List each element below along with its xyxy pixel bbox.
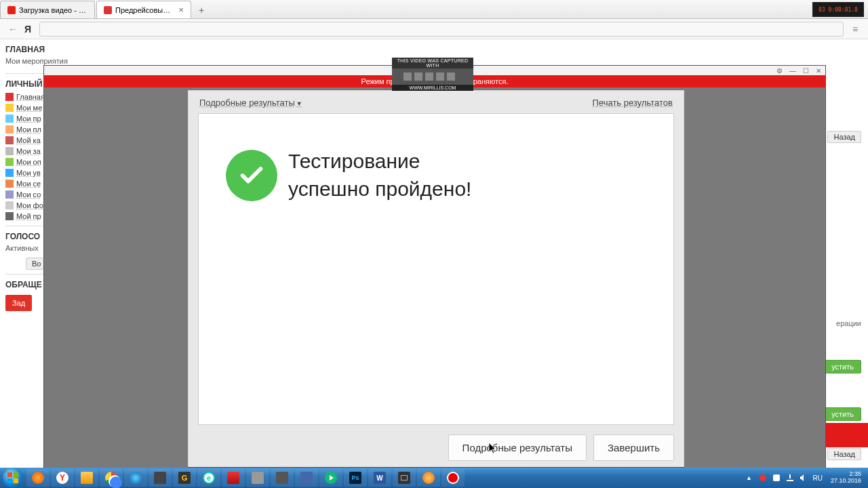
task-icon[interactable] (295, 469, 318, 487)
back-button[interactable]: Назад (827, 448, 861, 460)
tray-volume-icon[interactable] (798, 472, 809, 483)
task-icon[interactable] (149, 469, 172, 487)
tray-up-icon[interactable]: ▲ (744, 472, 755, 483)
launch-button[interactable]: устить (824, 360, 861, 373)
tray-icon[interactable] (771, 472, 782, 483)
task-icon[interactable] (124, 469, 147, 487)
result-panel: Тестирование успешно пройдено! (198, 113, 674, 425)
system-tray: ▲ RU 2:35 27.10.2016 (743, 471, 866, 485)
print-results-link[interactable]: Печать результатов (593, 98, 673, 108)
close-icon[interactable]: × (178, 5, 184, 15)
result-message: Тестирование успешно пройдено! (288, 148, 471, 203)
details-dropdown[interactable]: Подробные результаты▼ (199, 98, 302, 108)
url-input[interactable] (39, 22, 844, 37)
task-icon-photoshop[interactable]: Ps (344, 469, 367, 487)
start-button[interactable] (3, 468, 23, 488)
svg-rect-7 (7, 479, 12, 483)
task-icon-yandex[interactable]: Y (51, 469, 74, 487)
svg-rect-6 (14, 472, 18, 477)
operations-label: ерации (824, 319, 861, 327)
task-icon-media[interactable] (319, 469, 342, 487)
right-strip: Назад ерации устить устить Назад (824, 131, 861, 460)
success-check-icon (226, 150, 277, 201)
svg-rect-9 (789, 474, 791, 479)
tray-network-icon[interactable] (785, 472, 795, 483)
back-button[interactable]: ← (5, 22, 20, 37)
tab-label: Загрузка видео - YouTube (19, 6, 87, 14)
modal-actions: Подробные результаты Завершить (189, 425, 684, 461)
modal-window: ⚙ — ☐ ✕ Режим предпросмотра — не сохраня… (43, 65, 826, 481)
tray-icon[interactable] (757, 472, 768, 483)
svg-rect-10 (787, 480, 793, 481)
task-icon[interactable] (222, 469, 245, 487)
page-body: ГЛАВНАЯ Мои мероприятия ЛИЧНЫЙ Главная М… (0, 39, 868, 468)
browser-tabs: Загрузка видео - YouTube Предрейсовый ин… (0, 0, 868, 19)
details-button[interactable]: Подробные результаты (448, 434, 587, 461)
task-icon[interactable] (246, 469, 269, 487)
maximize-icon[interactable]: ☐ (803, 67, 809, 75)
task-icon-chrome[interactable] (100, 469, 123, 487)
svg-rect-5 (7, 472, 12, 477)
gear-icon[interactable]: ⚙ (776, 67, 783, 75)
modal-titlebar: ⚙ — ☐ ✕ (44, 66, 825, 75)
tab-youtube[interactable]: Загрузка видео - YouTube (0, 1, 95, 18)
close-icon[interactable]: ✕ (816, 67, 821, 75)
chevron-down-icon: ▼ (296, 100, 302, 107)
address-bar: ← Я ≡ (0, 19, 868, 39)
launch-button[interactable]: устить (824, 407, 861, 421)
task-icon[interactable] (393, 469, 416, 487)
sidebar-section-main: ГЛАВНАЯ (5, 45, 127, 54)
task-icon-browser[interactable] (26, 469, 50, 487)
task-icon-edge[interactable]: e (197, 469, 220, 487)
finish-button[interactable]: Завершить (593, 434, 674, 461)
task-icon-explorer[interactable] (75, 469, 98, 487)
modal-header: Подробные результаты▼ Печать результатов (189, 91, 684, 113)
yandex-icon[interactable]: Я (20, 22, 35, 37)
ask-button[interactable]: Зад (5, 295, 32, 311)
menu-button[interactable]: ≡ (848, 22, 863, 37)
recorder-widget: 03 0:00:01.0 (812, 2, 864, 17)
page-icon (104, 6, 112, 14)
new-tab-button[interactable]: + (193, 2, 210, 18)
back-button[interactable]: Назад (827, 131, 861, 143)
youtube-icon (7, 6, 16, 14)
taskbar: Y G e Ps W ▲ RU 2:35 27.10.2016 (0, 468, 868, 488)
preview-banner: Режим предпросмотра — не сохраняются. (44, 75, 825, 87)
task-icon-record[interactable] (441, 469, 465, 487)
task-icon[interactable] (271, 469, 294, 487)
tab-label: Предрейсовый инструкт (115, 6, 173, 14)
tray-lang[interactable]: RU (813, 474, 823, 482)
modal-content: Подробные результаты▼ Печать результатов… (188, 90, 684, 483)
tray-clock[interactable]: 2:35 27.10.2016 (831, 471, 861, 485)
minimize-icon[interactable]: — (789, 67, 796, 75)
task-icon-word[interactable]: W (368, 469, 391, 487)
svg-rect-8 (14, 479, 18, 483)
tab-instruction[interactable]: Предрейсовый инструкт × (96, 1, 191, 18)
task-icon[interactable]: G (173, 469, 196, 487)
task-icon[interactable] (417, 469, 440, 487)
sidebar-sub: Мои мероприятия (5, 57, 127, 65)
